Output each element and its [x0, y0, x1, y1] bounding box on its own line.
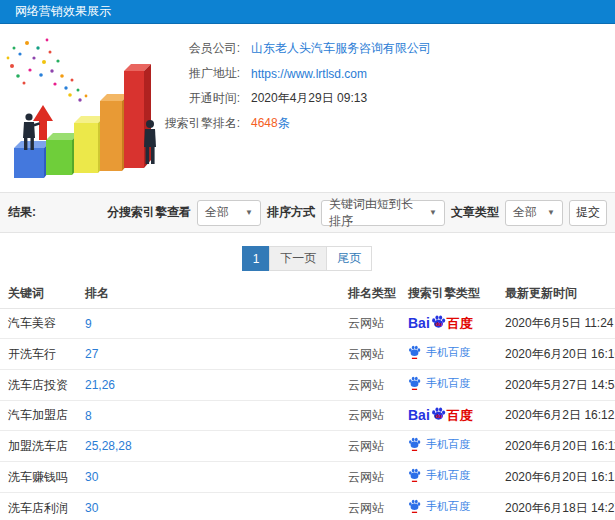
- member-info-panel: 会员公司: 山东老人头汽车服务咨询有限公司 推广地址: https://www.…: [160, 36, 600, 136]
- baidu-logo: Bai du 百度: [408, 408, 473, 423]
- table-row: 洗车店投资 21,26 云网站 手机百度 2020年5月27日 14:58: [0, 370, 615, 401]
- mobile-baidu-badge: 手机百度: [408, 376, 470, 391]
- mobile-baidu-paw-icon: [408, 345, 421, 360]
- svg-text:du: du: [435, 321, 441, 327]
- confetti-dots: [7, 39, 88, 102]
- sort-select[interactable]: 关键词由短到长排序 ▼: [321, 200, 445, 226]
- company-label: 会员公司:: [160, 40, 240, 57]
- result-label: 结果:: [8, 204, 36, 221]
- sort-selected: 关键词由短到长排序: [329, 196, 422, 230]
- table-row: 洗车店利润 30 云网站 手机百度 2020年6月18日 14:27: [0, 493, 615, 520]
- rank-type-cell: 云网站: [340, 339, 400, 370]
- baidu-logo: Bai du 百度: [408, 316, 473, 331]
- keyword-cell: 加盟洗车店: [0, 431, 77, 462]
- engine-cell: 手机百度: [400, 431, 497, 462]
- chevron-down-icon: ▼: [422, 208, 437, 217]
- mobile-baidu-label: 手机百度: [426, 347, 470, 358]
- last-page-button[interactable]: 尾页: [326, 246, 372, 271]
- table-row: 加盟洗车店 25,28,28 云网站 手机百度 2020年6月20日 16:11: [0, 431, 615, 462]
- baidu-paw-icon: du: [431, 314, 446, 329]
- mobile-baidu-paw-icon: [408, 468, 421, 483]
- rank-cell: 30: [77, 493, 340, 520]
- mobile-baidu-paw-icon: [408, 376, 421, 391]
- rank-cell: 27: [77, 339, 340, 370]
- mobile-baidu-label: 手机百度: [426, 501, 470, 512]
- pagination: 1 下一页 尾页: [0, 246, 615, 271]
- rank-type-cell: 云网站: [340, 401, 400, 431]
- promo-url-label: 推广地址:: [160, 65, 240, 82]
- mobile-baidu-badge: 手机百度: [408, 499, 470, 514]
- updated-cell: 2020年6月5日 11:24: [497, 309, 615, 339]
- engine-cell: 手机百度: [400, 493, 497, 520]
- table-header-row: 关键词 排名 排名类型 搜索引擎类型 最新更新时间: [0, 279, 615, 309]
- engine-rank-value: 4648条: [251, 115, 290, 132]
- updated-cell: 2020年5月27日 14:58: [497, 370, 615, 401]
- rank-cell: 30: [77, 462, 340, 493]
- baidu-logo-name: 百度: [447, 317, 473, 330]
- updated-cell: 2020年6月20日 16:11: [497, 431, 615, 462]
- rank-cell: 9: [77, 309, 340, 339]
- baidu-logo-name: 百度: [447, 409, 473, 422]
- baidu-logo-bai: Bai: [408, 316, 430, 330]
- updated-cell: 2020年6月18日 14:27: [497, 493, 615, 520]
- rank-type-cell: 云网站: [340, 462, 400, 493]
- mobile-baidu-paw-icon: [408, 437, 421, 452]
- mobile-baidu-label: 手机百度: [426, 470, 470, 481]
- col-header-rank: 排名: [77, 279, 340, 309]
- article-type-selected: 全部: [513, 204, 537, 221]
- keyword-cell: 汽车美容: [0, 309, 77, 339]
- up-arrow-icon: [33, 105, 53, 140]
- engine-filter-selected: 全部: [205, 204, 229, 221]
- rank-cell: 8: [77, 401, 340, 431]
- mobile-baidu-badge: 手机百度: [408, 437, 470, 452]
- engine-cell: 手机百度: [400, 370, 497, 401]
- rank-type-cell: 云网站: [340, 431, 400, 462]
- engine-cell: 手机百度: [400, 462, 497, 493]
- article-type-label: 文章类型: [451, 204, 499, 221]
- submit-button[interactable]: 提交: [569, 200, 607, 226]
- company-link[interactable]: 山东老人头汽车服务咨询有限公司: [251, 40, 431, 57]
- chevron-down-icon: ▼: [540, 208, 555, 217]
- engine-cell: Bai du 百度: [400, 401, 497, 431]
- page-1-button[interactable]: 1: [242, 246, 271, 271]
- col-header-rank-type: 排名类型: [340, 279, 400, 309]
- rank-cell: 21,26: [77, 370, 340, 401]
- mobile-baidu-badge: 手机百度: [408, 468, 470, 483]
- baidu-paw-icon: du: [431, 406, 446, 421]
- mobile-baidu-badge: 手机百度: [408, 345, 470, 360]
- table-row: 洗车赚钱吗 30 云网站 手机百度 2020年6月20日 16:12: [0, 462, 615, 493]
- next-page-button[interactable]: 下一页: [269, 246, 327, 271]
- info-row-engine-rank: 搜索引擎排名: 4648条: [160, 111, 600, 136]
- chevron-down-icon: ▼: [238, 208, 253, 217]
- filter-controls: 分搜索引擎查看 全部 ▼ 排序方式 关键词由短到长排序 ▼ 文章类型 全部 ▼ …: [107, 200, 607, 226]
- engine-filter-select[interactable]: 全部 ▼: [197, 200, 261, 226]
- table-row: 汽车美容 9 云网站 Bai du 百度 2020年6月5日 11:24: [0, 309, 615, 339]
- rank-type-cell: 云网站: [340, 370, 400, 401]
- page-title: 网络营销效果展示: [15, 3, 111, 20]
- info-row-open-time: 开通时间: 2020年4月29日 09:13: [160, 86, 600, 111]
- info-row-url: 推广地址: https://www.lrtlsd.com: [160, 61, 600, 86]
- baidu-logo-bai: Bai: [408, 408, 430, 422]
- rank-type-cell: 云网站: [340, 309, 400, 339]
- keyword-rank-table: 关键词 排名 排名类型 搜索引擎类型 最新更新时间 汽车美容 9 云网站 Bai…: [0, 279, 615, 520]
- engine-rank-count: 4648: [251, 116, 278, 130]
- engine-rank-unit: 条: [278, 116, 290, 130]
- mobile-baidu-label: 手机百度: [426, 439, 470, 450]
- updated-cell: 2020年6月20日 16:16: [497, 339, 615, 370]
- rank-cell: 25,28,28: [77, 431, 340, 462]
- updated-cell: 2020年6月2日 16:12: [497, 401, 615, 431]
- engine-cell: 手机百度: [400, 339, 497, 370]
- engine-cell: Bai du 百度: [400, 309, 497, 339]
- keyword-cell: 洗车赚钱吗: [0, 462, 77, 493]
- sort-label: 排序方式: [267, 204, 315, 221]
- mobile-baidu-label: 手机百度: [426, 378, 470, 389]
- marketing-chart-illustration: [0, 28, 180, 188]
- article-type-select[interactable]: 全部 ▼: [505, 200, 563, 226]
- promo-url-link[interactable]: https://www.lrtlsd.com: [251, 67, 367, 81]
- updated-cell: 2020年6月20日 16:12: [497, 462, 615, 493]
- table-row: 开洗车行 27 云网站 手机百度 2020年6月20日 16:16: [0, 339, 615, 370]
- engine-rank-label: 搜索引擎排名:: [160, 115, 240, 132]
- svg-text:du: du: [435, 413, 441, 419]
- keyword-cell: 洗车店投资: [0, 370, 77, 401]
- open-time-label: 开通时间:: [160, 90, 240, 107]
